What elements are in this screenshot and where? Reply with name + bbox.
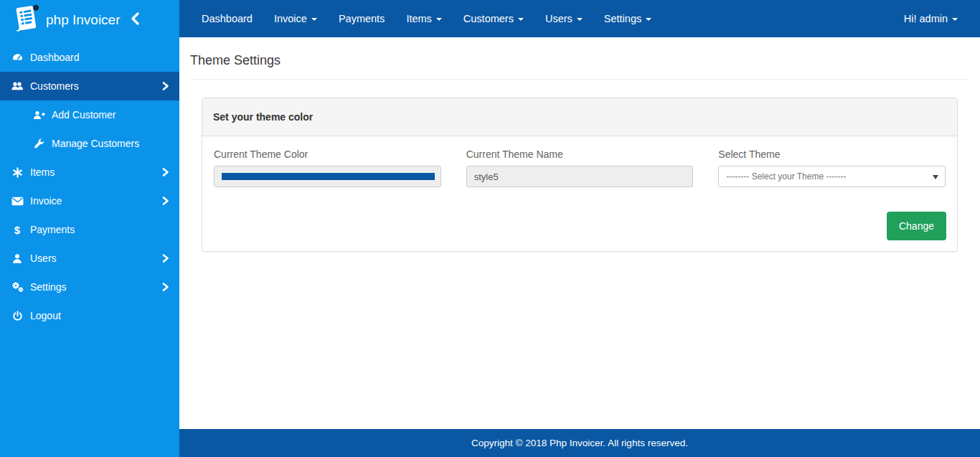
sidebar-item-manage-customers[interactable]: Manage Customers — [0, 129, 179, 158]
caret-down-icon — [311, 18, 317, 21]
users-icon — [10, 80, 24, 92]
sidebar-item-settings[interactable]: Settings — [0, 273, 179, 301]
current-theme-color-group: Current Theme Color — [213, 147, 442, 187]
nav-item-dashboard[interactable]: Dashboard — [191, 0, 263, 37]
sidebar-item-logout[interactable]: Logout — [0, 301, 179, 330]
sidebar-item-dashboard[interactable]: Dashboard — [0, 43, 179, 72]
main-column: Dashboard Invoice Payments Items Custome… — [179, 0, 980, 457]
select-caret-icon — [933, 175, 938, 179]
caret-down-icon — [646, 18, 651, 21]
nav-item-items[interactable]: Items — [395, 0, 452, 37]
theme-select[interactable]: -------- Select your Theme ------- — [718, 166, 946, 187]
theme-settings-panel: Set your theme color Current Theme Color… — [202, 98, 958, 252]
chevron-right-icon — [161, 196, 169, 206]
nav-item-label: Settings — [604, 13, 641, 24]
nav-item-label: Dashboard — [202, 13, 253, 24]
app-window: php Invoicer Dashboard Customers — [0, 0, 980, 457]
nav-item-invoice[interactable]: Invoice — [263, 0, 328, 37]
sidebar-item-invoice[interactable]: Invoice — [0, 187, 179, 215]
sidebar-item-label: Customers — [30, 80, 79, 92]
chevron-right-icon — [161, 253, 169, 263]
nav-item-label: Payments — [339, 13, 385, 24]
sidebar-item-label: Add Customer — [52, 109, 116, 121]
content-area: Theme Settings Set your theme color Curr… — [179, 37, 980, 429]
current-theme-color-label: Current Theme Color — [214, 149, 441, 160]
nav-item-users[interactable]: Users — [534, 0, 593, 37]
sidebar-item-label: Invoice — [30, 195, 62, 207]
sidebar-logo[interactable]: php Invoicer — [0, 0, 179, 40]
select-theme-label: Select Theme — [718, 149, 946, 160]
select-theme-group: Select Theme -------- Select your Theme … — [717, 147, 946, 187]
sidebar-menu: Dashboard Customers Add Customer — [0, 43, 179, 330]
page-title: Theme Settings — [190, 53, 969, 80]
footer: Copyright © 2018 Php Invoicer. All right… — [179, 429, 980, 457]
sidebar-item-users[interactable]: Users — [0, 244, 179, 273]
nav-item-label: Items — [406, 13, 431, 24]
nav-item-customers[interactable]: Customers — [453, 0, 534, 37]
top-navbar: Dashboard Invoice Payments Items Custome… — [179, 0, 980, 37]
chevron-right-icon — [161, 282, 169, 292]
panel-body: Current Theme Color Current Theme Name S… — [202, 136, 957, 251]
envelope-icon — [10, 197, 24, 206]
sidebar-item-label: Users — [30, 253, 57, 264]
nav-item-label: Invoice — [274, 13, 307, 24]
sidebar-item-label: Dashboard — [30, 52, 80, 63]
user-menu-label: Hi! admin — [904, 13, 948, 24]
current-theme-name-group: Current Theme Name — [466, 147, 694, 187]
sidebar-collapse-button[interactable] — [131, 12, 141, 28]
user-icon — [10, 253, 24, 264]
sidebar-item-label: Logout — [30, 310, 61, 321]
logo-text: php Invoicer — [46, 12, 121, 28]
sidebar-item-add-customer[interactable]: Add Customer — [0, 100, 179, 129]
chevron-right-icon — [161, 167, 169, 177]
caret-down-icon — [577, 18, 583, 21]
user-plus-icon — [32, 110, 46, 121]
wrench-icon — [32, 138, 46, 149]
asterisk-icon — [10, 167, 24, 178]
sidebar-item-payments[interactable]: $ Payments — [0, 215, 179, 244]
sidebar-item-label: Settings — [30, 281, 67, 293]
user-menu[interactable]: Hi! admin — [893, 0, 969, 37]
current-theme-name-input — [466, 166, 694, 187]
dollar-icon: $ — [10, 224, 24, 236]
caret-down-icon — [518, 18, 524, 21]
caret-down-icon — [436, 18, 442, 21]
form-row: Current Theme Color Current Theme Name S… — [213, 147, 946, 187]
caret-down-icon — [952, 18, 958, 21]
sidebar-item-label: Payments — [30, 224, 75, 235]
sidebar-item-items[interactable]: Items — [0, 158, 179, 187]
nav-item-settings[interactable]: Settings — [593, 0, 662, 37]
sidebar-item-label: Manage Customers — [52, 138, 139, 149]
power-icon — [10, 311, 24, 321]
theme-select-value: -------- Select your Theme ------- — [726, 171, 846, 182]
panel-heading: Set your theme color — [202, 98, 957, 136]
nav-item-label: Users — [545, 13, 573, 24]
sidebar: php Invoicer Dashboard Customers — [0, 0, 179, 457]
dashboard-icon — [10, 52, 24, 64]
sidebar-item-label: Items — [30, 166, 55, 178]
change-button[interactable]: Change — [887, 212, 946, 240]
gears-icon — [10, 281, 24, 293]
nav-item-payments[interactable]: Payments — [328, 0, 395, 37]
chevron-left-icon — [131, 12, 141, 28]
chevron-right-icon — [161, 81, 169, 91]
current-theme-color-swatch — [222, 173, 435, 180]
invoice-logo-icon — [11, 4, 42, 37]
current-theme-name-label: Current Theme Name — [466, 149, 694, 160]
current-theme-color-field — [214, 166, 441, 187]
sidebar-item-customers[interactable]: Customers — [0, 72, 179, 100]
footer-copyright: Copyright © 2018 Php Invoicer. All right… — [471, 438, 688, 448]
button-row: Change — [213, 212, 946, 240]
nav-item-label: Customers — [463, 13, 514, 24]
